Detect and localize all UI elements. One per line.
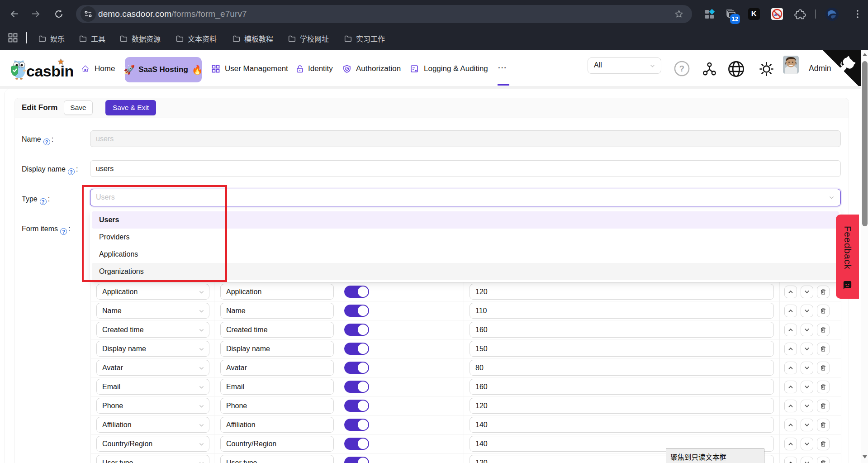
svg-text:?: ? bbox=[679, 64, 684, 73]
